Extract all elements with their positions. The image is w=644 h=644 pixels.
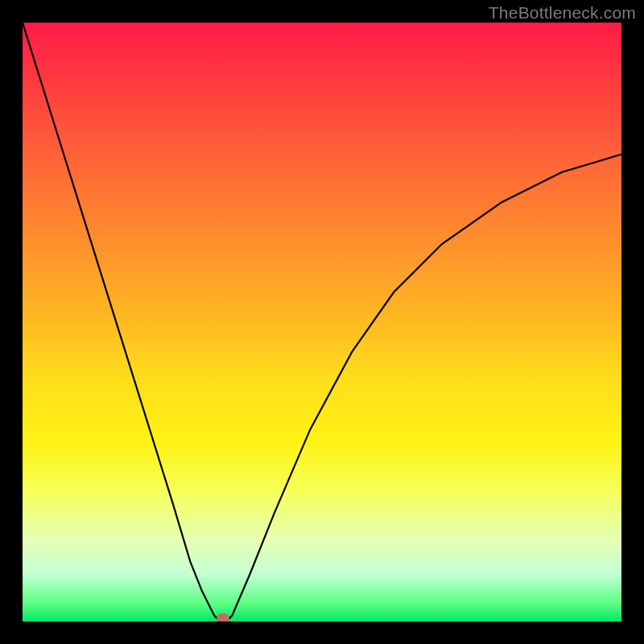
- optimal-point-marker: [217, 613, 229, 621]
- watermark-text: TheBottleneck.com: [489, 3, 636, 23]
- curve-path: [23, 23, 621, 621]
- plot-area: [23, 23, 621, 621]
- chart-frame: TheBottleneck.com: [0, 0, 644, 644]
- bottleneck-curve: [23, 23, 621, 621]
